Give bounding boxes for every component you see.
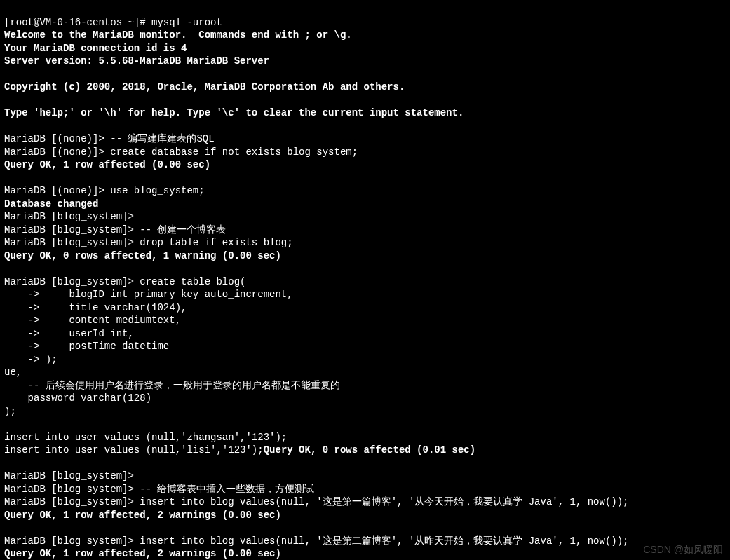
- query-result: Query OK, 1 row affected (0.00 sec): [4, 159, 210, 170]
- sql-cont-prompt: ->: [4, 341, 69, 352]
- db-prompt: MariaDB [blog_system]>: [4, 276, 140, 287]
- sql-cont-prompt: ->: [4, 354, 46, 365]
- sql-input[interactable]: use blog_system;: [110, 185, 204, 196]
- welcome-line: Welcome to the MariaDB monitor. Commands…: [4, 29, 352, 41]
- connection-id-line: Your MariaDB connection id is 4: [4, 43, 187, 54]
- sql-input[interactable]: create table blog(: [140, 276, 245, 287]
- sql-input[interactable]: blogID int primary key auto_increment,: [69, 289, 292, 300]
- sql-cont-prompt: ->: [4, 302, 69, 313]
- query-result: Query OK, 0 rows affected, 1 warning (0.…: [4, 250, 281, 261]
- sql-fragment: password varchar(128): [4, 392, 151, 404]
- sql-fragment: insert into user values (null,'zhangsan'…: [4, 432, 287, 443]
- shell-prompt: [root@VM-0-16-centos ~]#: [4, 17, 151, 28]
- sql-fragment: -- 后续会使用用户名进行登录，一般用于登录的用户名都是不能重复的: [4, 380, 340, 391]
- query-result: Query OK, 1 row affected, 2 warnings (0.…: [4, 510, 281, 521]
- db-prompt: MariaDB [blog_system]>: [4, 237, 140, 248]
- copyright-line: Copyright (c) 2000, 2018, Oracle, MariaD…: [4, 81, 405, 93]
- sql-input[interactable]: userId int,: [69, 328, 133, 339]
- sql-fragment: ue,: [4, 367, 22, 378]
- sql-input[interactable]: drop table if exists blog;: [140, 237, 292, 248]
- sql-input[interactable]: -- 给博客表中插入一些数据，方便测试: [140, 484, 314, 495]
- server-version-line: Server version: 5.5.68-MariaDB MariaDB S…: [4, 55, 269, 67]
- sql-input[interactable]: postTime datetime: [69, 341, 169, 352]
- sql-cont-prompt: ->: [4, 289, 69, 300]
- sql-input[interactable]: -- 编写建库建表的SQL: [110, 133, 214, 144]
- db-prompt: MariaDB [(none)]>: [4, 133, 110, 144]
- sql-cont-prompt: ->: [4, 328, 69, 339]
- db-changed: Database changed: [4, 198, 98, 210]
- query-result: Query OK, 0 rows affected (0.01 sec): [264, 444, 475, 456]
- sql-input[interactable]: content mediumtext,: [69, 315, 181, 326]
- help-line: Type 'help;' or '\h' for help. Type '\c'…: [4, 107, 464, 118]
- sql-input[interactable]: insert into blog values(null, '这是第二篇博客',…: [140, 535, 628, 547]
- sql-fragment: insert into user values (null,'lisi','12…: [4, 444, 264, 456]
- sql-cont-prompt: ->: [4, 315, 69, 326]
- db-prompt: MariaDB [(none)]>: [4, 146, 110, 158]
- db-prompt: MariaDB [blog_system]>: [4, 496, 140, 507]
- sql-fragment: );: [4, 406, 16, 417]
- db-prompt: MariaDB [blog_system]>: [4, 211, 140, 222]
- query-result: Query OK, 1 row affected, 2 warnings (0.…: [4, 548, 281, 559]
- sql-input[interactable]: insert into blog values(null, '这是第一篇博客',…: [140, 496, 628, 507]
- sql-input[interactable]: );: [46, 354, 58, 365]
- db-prompt: MariaDB [blog_system]>: [4, 224, 140, 235]
- sql-input[interactable]: create database if not exists blog_syste…: [110, 146, 358, 158]
- shell-command[interactable]: mysql -uroot: [151, 17, 222, 28]
- db-prompt: MariaDB [blog_system]>: [4, 484, 140, 495]
- db-prompt: MariaDB [(none)]>: [4, 185, 110, 196]
- sql-input[interactable]: title varchar(1024),: [69, 302, 187, 313]
- db-prompt: MariaDB [blog_system]>: [4, 535, 140, 547]
- sql-input[interactable]: -- 创建一个博客表: [140, 224, 226, 235]
- db-prompt: MariaDB [blog_system]>: [4, 470, 140, 482]
- watermark: CSDN @如风暖阳: [643, 543, 723, 556]
